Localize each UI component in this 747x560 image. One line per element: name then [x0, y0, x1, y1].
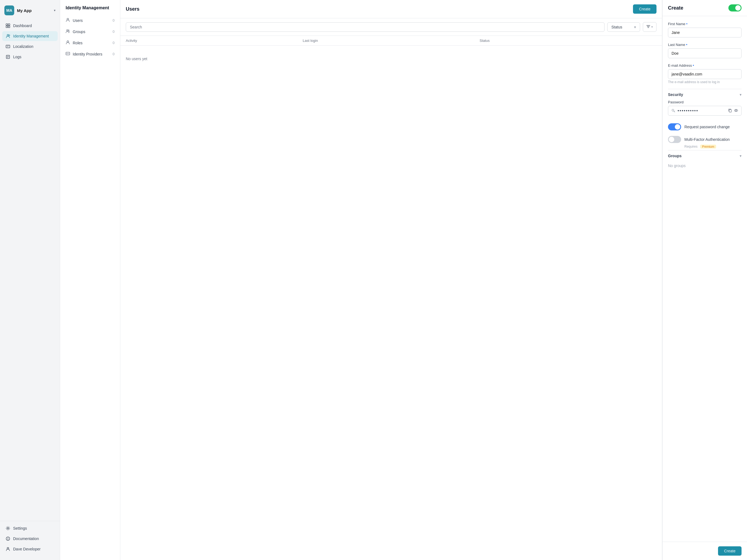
users-filters: Status ▾ ▾: [120, 18, 662, 36]
nav-item-count: 0: [113, 52, 114, 56]
request-password-change-row: Request password change: [668, 121, 742, 133]
premium-badge: Premium: [700, 145, 716, 149]
chevron-down-icon: ▾: [634, 25, 636, 29]
svg-rect-6: [6, 45, 10, 48]
create-panel: Create First Name • Last Name • E-mail A…: [662, 0, 747, 560]
chevron-down-icon: ▾: [740, 154, 742, 158]
password-field-group: Password ••••••••••: [668, 100, 742, 116]
sidebar-nav: Dashboard Identity Management Localizati…: [0, 20, 60, 521]
password-label: Password: [668, 100, 742, 104]
col-last-login: Last login: [303, 39, 480, 43]
create-submit-button[interactable]: Create: [718, 546, 742, 556]
svg-rect-18: [729, 110, 731, 112]
filter-icon: [646, 25, 650, 29]
copy-password-button[interactable]: [728, 108, 732, 113]
nav-item-identity-providers[interactable]: Identity Providers 0: [60, 48, 120, 59]
last-name-label: Last Name •: [668, 42, 742, 47]
last-name-field: Last Name •: [668, 42, 742, 58]
nav-item-groups[interactable]: Groups 0: [60, 26, 120, 37]
users-panel: Users Create Status ▾ ▾ Activity Last lo…: [120, 0, 662, 560]
groups-title: Groups: [668, 154, 681, 158]
groups-icon: [66, 29, 70, 34]
sidebar-item-documentation[interactable]: Documentation: [2, 534, 58, 543]
sidebar-item-label: Dave Developer: [13, 547, 41, 551]
nav-item-roles[interactable]: Roles 0: [60, 37, 120, 48]
sidebar-item-label: Identity Management: [13, 34, 49, 38]
search-input[interactable]: [126, 22, 604, 32]
security-title: Security: [668, 93, 683, 97]
create-panel-footer: Create: [663, 542, 747, 560]
sidebar-item-logs[interactable]: Logs: [2, 52, 58, 62]
toggle-password-visibility-button[interactable]: [734, 108, 738, 113]
svg-point-10: [7, 548, 9, 549]
svg-point-8: [7, 528, 9, 529]
first-name-label: First Name •: [668, 22, 742, 26]
svg-point-12: [67, 30, 68, 31]
required-indicator: •: [686, 42, 687, 47]
svg-rect-0: [6, 24, 8, 25]
filter-button[interactable]: ▾: [643, 22, 656, 32]
app-header[interactable]: MA My App ▾: [0, 3, 60, 20]
email-field: E-mail Address • The e-mail address is u…: [668, 63, 742, 84]
localization-icon: [5, 44, 10, 49]
nav-item-count: 0: [113, 18, 114, 22]
no-groups-text: No groups: [668, 161, 742, 170]
security-section-header[interactable]: Security ▾: [668, 89, 742, 100]
sidebar-item-settings[interactable]: Settings: [2, 524, 58, 533]
nav-item-label: Identity Providers: [73, 52, 102, 56]
sidebar-item-label: Logs: [13, 55, 21, 59]
required-indicator: •: [686, 22, 688, 26]
sidebar-item-dashboard[interactable]: Dashboard: [2, 21, 58, 31]
first-name-input[interactable]: [668, 28, 742, 37]
required-indicator: •: [693, 63, 694, 68]
sidebar-bottom: Settings Documentation Dave Developer: [0, 521, 60, 557]
groups-section-header[interactable]: Groups ▾: [668, 150, 742, 161]
mfa-label: Multi-Factor Authentication: [685, 137, 730, 142]
password-field[interactable]: ••••••••••: [668, 106, 742, 116]
users-title: Users: [126, 6, 139, 12]
svg-point-11: [67, 18, 69, 20]
sidebar-item-identity-management[interactable]: Identity Management: [2, 31, 58, 41]
request-password-change-toggle[interactable]: [668, 123, 681, 130]
col-status: Status: [480, 39, 656, 43]
documentation-icon: [5, 536, 10, 541]
svg-point-19: [735, 109, 738, 111]
sidebar-item-localization[interactable]: Localization: [2, 42, 58, 51]
avatar: MA: [4, 5, 14, 15]
last-name-input[interactable]: [668, 48, 742, 58]
nav-item-count: 0: [113, 41, 114, 45]
svg-point-16: [67, 53, 68, 54]
nav-item-label: Groups: [73, 29, 85, 34]
svg-point-13: [68, 30, 69, 31]
mfa-requires-text: Requires Premium: [685, 145, 742, 149]
app-name: My App: [17, 8, 51, 13]
identity-management-icon: [5, 34, 10, 39]
create-form: First Name • Last Name • E-mail Address …: [663, 16, 747, 542]
sidebar-item-label: Dashboard: [13, 24, 32, 28]
mfa-toggle[interactable]: [668, 136, 681, 143]
chevron-down-icon: ▾: [651, 25, 653, 29]
svg-rect-3: [8, 26, 10, 28]
svg-point-14: [67, 41, 69, 42]
table-header: Activity Last login Status: [120, 36, 662, 46]
create-panel-toggle[interactable]: [728, 4, 742, 11]
create-button[interactable]: Create: [633, 4, 656, 14]
chevron-down-icon: ▾: [54, 8, 55, 12]
email-input[interactable]: [668, 69, 742, 79]
sidebar-item-user[interactable]: Dave Developer: [2, 544, 58, 554]
svg-rect-1: [8, 24, 10, 25]
password-actions: [728, 108, 738, 113]
logs-icon: [5, 54, 10, 59]
status-select[interactable]: Status ▾: [607, 22, 640, 32]
col-activity: Activity: [126, 39, 303, 43]
svg-point-20: [736, 110, 737, 111]
password-value: ••••••••••: [677, 108, 726, 113]
svg-rect-2: [6, 26, 8, 28]
identity-management-panel: Identity Management Users 0 Gr: [60, 0, 120, 560]
roles-icon: [66, 40, 70, 45]
chevron-down-icon: ▾: [740, 93, 742, 97]
svg-point-5: [9, 35, 10, 36]
users-header: Users Create: [120, 0, 662, 18]
sidebar-item-label: Documentation: [13, 536, 39, 541]
nav-item-users[interactable]: Users 0: [60, 15, 120, 26]
